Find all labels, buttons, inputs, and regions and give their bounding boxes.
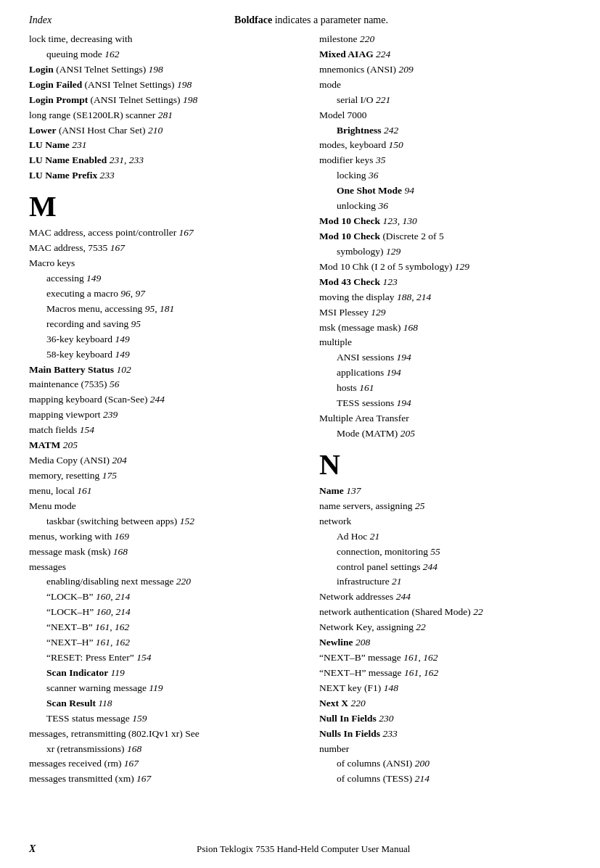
index-entry: Nulls In Fields 233 (319, 727, 571, 742)
right-column: milestone 220Mixed AIAG 224mnemonics (AN… (312, 32, 571, 787)
index-entry: Mod 10 Check 123, 130 (319, 214, 571, 229)
bold-term: Mod 10 Check (319, 231, 380, 241)
index-entry: executing a macro 96, 97 (29, 286, 305, 302)
footer-text: Psion Teklogix 7535 Hand-Held Computer U… (197, 843, 410, 855)
bold-term: One Shot Mode (337, 185, 402, 196)
page-header: Index Boldface indicates a parameter nam… (29, 15, 571, 26)
page-number: 244 (396, 591, 411, 602)
index-entry: recording and saving 95 (29, 317, 305, 332)
bold-term: Login Prompt (29, 94, 88, 105)
page-number: 22 (473, 606, 483, 617)
index-entry: Login Failed (ANSI Telnet Settings) 198 (29, 78, 305, 93)
index-entry: Login Prompt (ANSI Telnet Settings) 198 (29, 93, 305, 108)
index-entry: Model 7000 (319, 108, 571, 123)
page-number: 21 (370, 531, 380, 542)
index-entry: LU Name Prefix 233 (29, 168, 305, 183)
page-number: 208 (356, 637, 370, 648)
page-number: 210 (148, 125, 163, 136)
index-entry: infrastructure 21 (319, 574, 571, 590)
page-number: 149 (115, 349, 129, 360)
footer-x: X (29, 843, 36, 855)
index-entry: “LOCK–H” 160, 214 (29, 605, 305, 620)
page-number: 244 (423, 561, 437, 572)
page-number: 148 (384, 682, 398, 693)
bold-term: Scan Indicator (46, 667, 108, 678)
index-entry: LU Name 231 (29, 138, 305, 153)
header-index: Index (29, 15, 52, 26)
bold-term: Lower (29, 125, 57, 136)
page-number: 149 (115, 334, 129, 344)
index-entry: TESS status message 159 (29, 711, 305, 727)
index-entry: Macro keys (29, 256, 305, 271)
page-number: 231, 233 (110, 154, 144, 165)
two-column-layout: lock time, decreasing withqueuing mode 1… (29, 32, 571, 787)
index-entry: Mode (MATM) 205 (319, 426, 571, 442)
page-footer: X Psion Teklogix 7535 Hand-Held Computer… (29, 843, 571, 855)
index-entry: 58-key keyboard 149 (29, 347, 305, 363)
page-number: 233 (100, 170, 115, 181)
index-entry: Null In Fields 230 (319, 711, 571, 727)
page-number: 161, 162 (96, 637, 130, 648)
bold-term: Login (29, 64, 54, 75)
page-number: 239 (103, 409, 118, 420)
index-entry: MAC address, access point/controller 167 (29, 226, 305, 241)
page-number: 233 (382, 728, 397, 739)
page-number: 123 (382, 276, 397, 287)
page-number: 55 (430, 546, 440, 557)
page-number: 21 (392, 576, 402, 587)
index-entry: mapping viewport 239 (29, 408, 305, 423)
bold-term: LU Name Prefix (29, 170, 97, 181)
page-number: 118 (98, 698, 112, 708)
page-number: 94 (404, 185, 414, 196)
page-number: 194 (387, 367, 401, 378)
index-entry: messages received (rm) 167 (29, 756, 305, 772)
index-entry: lock time, decreasing with (29, 32, 305, 47)
index-entry: ANSI sessions 194 (319, 350, 571, 365)
index-entry: Scan Result 118 (29, 696, 305, 711)
bold-term: Mixed AIAG (319, 49, 374, 59)
page-number: 150 (389, 139, 403, 150)
bold-term: MATM (29, 439, 60, 450)
index-entry: Multiple Area Transfer (319, 411, 571, 426)
page-number: 198 (183, 94, 197, 105)
index-entry: Ad Hoc 21 (319, 529, 571, 545)
page-number: 36 (369, 170, 379, 181)
page-number: 168 (403, 322, 418, 333)
page-number: 205 (400, 428, 415, 439)
section-heading: N (319, 449, 571, 481)
page-number: 194 (397, 352, 411, 363)
page-number: 168 (127, 743, 141, 754)
bold-term: Null In Fields (319, 713, 377, 724)
index-entry: of columns (TESS) 214 (319, 772, 571, 787)
bold-term: Next X (319, 698, 348, 708)
index-entry: Mod 43 Check 123 (319, 275, 571, 290)
index-entry: match fields 154 (29, 423, 305, 438)
page-number: 123, 130 (382, 215, 416, 226)
index-entry: moving the display 188, 214 (319, 290, 571, 305)
index-entry: NEXT key (F1) 148 (319, 681, 571, 696)
index-entry: number (319, 742, 571, 757)
page-number: 167 (179, 227, 194, 238)
page-number: 167 (124, 758, 139, 769)
page-number: 95, 181 (145, 303, 175, 314)
index-entry: scanner warning message 119 (29, 681, 305, 696)
page-number: 242 (384, 125, 398, 136)
index-entry: Mod 10 Check (Discrete 2 of 5 (319, 229, 571, 244)
page-number: 188, 214 (397, 292, 431, 302)
index-entry: “NEXT–B” message 161, 162 (319, 650, 571, 666)
index-entry: Mixed AIAG 224 (319, 47, 571, 62)
index-entry: LU Name Enabled 231, 233 (29, 153, 305, 168)
index-entry: “NEXT–B” 161, 162 (29, 620, 305, 635)
page-number: 160, 214 (96, 591, 130, 602)
index-entry: Login (ANSI Telnet Settings) 198 (29, 62, 305, 78)
page-number: 205 (63, 439, 78, 450)
index-entry: One Shot Mode 94 (319, 183, 571, 199)
index-entry: mode (319, 78, 571, 93)
page-number: 224 (376, 49, 390, 59)
index-entry: message mask (msk) 168 (29, 545, 305, 560)
page-number: 281 (158, 109, 173, 120)
page-number: 167 (136, 773, 151, 784)
index-entry: long range (SE1200LR) scanner 281 (29, 108, 305, 123)
left-column: lock time, decreasing withqueuing mode 1… (29, 32, 312, 787)
page-number: 169 (115, 531, 129, 542)
